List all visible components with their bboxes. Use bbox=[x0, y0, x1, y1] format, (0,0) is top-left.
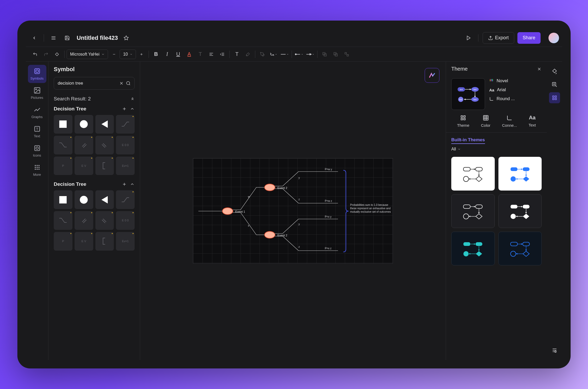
underline-button[interactable]: U bbox=[173, 49, 183, 59]
canvas-frame[interactable]: Event 1 Event 2 Event 2 w x y z y z P=w … bbox=[193, 158, 393, 264]
theme-card-3[interactable] bbox=[451, 194, 495, 228]
rail-more[interactable]: More bbox=[28, 161, 46, 179]
canvas[interactable]: Event 1 Event 2 Event 2 w x y z y z P=w … bbox=[140, 62, 446, 360]
shape-circle[interactable] bbox=[75, 190, 93, 209]
redo-button[interactable] bbox=[41, 49, 51, 59]
layer-back-button[interactable] bbox=[331, 49, 341, 59]
shape-connector-3[interactable] bbox=[75, 211, 93, 230]
line-height-button[interactable] bbox=[217, 49, 227, 59]
rail-text[interactable]: T Text bbox=[28, 123, 46, 141]
font-color-button[interactable]: A bbox=[184, 49, 194, 59]
shape-connector-4[interactable] bbox=[95, 211, 114, 230]
add-icon[interactable] bbox=[122, 106, 127, 111]
shape-bracket[interactable] bbox=[95, 157, 114, 175]
svg-marker-116 bbox=[474, 243, 476, 245]
font-size-decrease[interactable] bbox=[109, 49, 119, 59]
collapse-all-icon[interactable] bbox=[130, 97, 135, 101]
avatar[interactable] bbox=[548, 33, 559, 43]
shape-connector-3[interactable] bbox=[75, 136, 93, 154]
theme-card-4[interactable] bbox=[498, 194, 542, 228]
add-icon[interactable] bbox=[122, 182, 127, 187]
export-button[interactable]: Export bbox=[483, 32, 514, 44]
collapse-icon[interactable] bbox=[130, 182, 135, 187]
rail-icons[interactable]: Icons bbox=[28, 142, 46, 160]
shape-bracket[interactable] bbox=[95, 232, 114, 251]
shape-label-p[interactable]: P bbox=[54, 157, 72, 175]
connector-button[interactable] bbox=[268, 49, 278, 59]
clear-icon[interactable] bbox=[119, 81, 124, 86]
theme-tab-color[interactable]: Color bbox=[481, 115, 491, 128]
rail-graphs[interactable]: Graphs bbox=[28, 103, 46, 121]
shape-connector-1[interactable] bbox=[116, 115, 135, 134]
theme-font-row[interactable]: Aa Arial bbox=[489, 87, 515, 93]
font-family-select[interactable]: Microsoft YaHei bbox=[67, 50, 108, 59]
menu-button[interactable] bbox=[48, 33, 59, 43]
theme-connector-row[interactable]: Round ... bbox=[489, 96, 515, 101]
node-event2b[interactable] bbox=[264, 231, 275, 239]
theme-card-6[interactable] bbox=[498, 232, 542, 265]
align-button[interactable] bbox=[206, 49, 216, 59]
shape-circle[interactable] bbox=[75, 115, 93, 134]
node-event2a[interactable] bbox=[264, 184, 275, 191]
svg-marker-19 bbox=[310, 53, 312, 55]
label-z2: z bbox=[298, 245, 300, 248]
line-style-button[interactable] bbox=[280, 49, 290, 59]
shape-label-1[interactable]: E 0 0 bbox=[116, 211, 135, 230]
undo-button[interactable] bbox=[30, 49, 40, 59]
rail-pictures[interactable]: Pictures bbox=[28, 84, 46, 102]
arrow-end-button[interactable] bbox=[305, 49, 315, 59]
bold-button[interactable]: B bbox=[151, 49, 161, 59]
group-button[interactable] bbox=[342, 49, 352, 59]
pen-button[interactable] bbox=[257, 49, 267, 59]
share-button[interactable]: Share bbox=[517, 32, 541, 44]
right-rail-insert[interactable] bbox=[549, 79, 560, 90]
right-rail-theme[interactable] bbox=[549, 92, 560, 103]
format-painter-button[interactable] bbox=[52, 49, 62, 59]
italic-button[interactable]: I bbox=[162, 49, 172, 59]
symbol-search-input[interactable] bbox=[58, 81, 117, 86]
layer-front-button[interactable] bbox=[320, 49, 330, 59]
theme-filter-all[interactable]: All bbox=[446, 144, 547, 155]
theme-tab-text[interactable]: Aa Text bbox=[528, 115, 536, 128]
shape-connector-2[interactable] bbox=[54, 211, 72, 230]
text-tool[interactable]: T bbox=[232, 49, 242, 59]
rail-symbols[interactable]: Symbols bbox=[28, 65, 46, 83]
shape-connector-1[interactable] bbox=[116, 190, 135, 209]
shape-label-ev[interactable]: E V bbox=[75, 157, 93, 175]
search-icon[interactable] bbox=[126, 81, 131, 86]
shape-connector-4[interactable] bbox=[95, 136, 114, 154]
shape-label-1[interactable]: E 0 0 bbox=[116, 136, 135, 154]
collapse-icon[interactable] bbox=[130, 106, 135, 111]
theme-card-5[interactable] bbox=[451, 232, 495, 265]
save-icon[interactable] bbox=[62, 33, 72, 43]
shape-square[interactable] bbox=[54, 115, 72, 134]
shape-square[interactable] bbox=[54, 190, 72, 209]
ai-assistant-button[interactable] bbox=[425, 68, 439, 83]
theme-tab-theme[interactable]: Theme bbox=[457, 115, 469, 128]
theme-card-2[interactable] bbox=[498, 157, 542, 191]
right-rail-settings[interactable] bbox=[549, 345, 560, 356]
shape-label-ev[interactable]: E V bbox=[75, 232, 93, 251]
star-button[interactable] bbox=[121, 33, 131, 43]
close-icon[interactable] bbox=[537, 67, 542, 71]
theme-tab-connector[interactable]: Conne... bbox=[502, 115, 517, 128]
strike-button[interactable]: T bbox=[195, 49, 205, 59]
node-event1[interactable] bbox=[222, 207, 233, 215]
symbol-search[interactable] bbox=[54, 77, 135, 90]
document-title[interactable]: Untitled file423 bbox=[77, 35, 118, 41]
shape-label-ev2[interactable]: Ev=1 bbox=[116, 157, 135, 175]
theme-name-row[interactable]: Novel bbox=[489, 78, 515, 84]
theme-card-1[interactable] bbox=[451, 157, 495, 191]
right-rail-fill[interactable] bbox=[549, 66, 560, 77]
shape-connector-2[interactable] bbox=[54, 136, 72, 154]
shape-triangle[interactable] bbox=[95, 115, 114, 134]
play-button[interactable] bbox=[463, 33, 474, 43]
shape-label-ev2[interactable]: Ev=1 bbox=[116, 232, 135, 251]
font-size-input[interactable]: 10 bbox=[120, 50, 136, 59]
back-button[interactable] bbox=[29, 33, 40, 43]
shape-label-p[interactable]: P bbox=[54, 232, 72, 251]
shape-triangle[interactable] bbox=[95, 190, 114, 209]
font-size-increase[interactable] bbox=[136, 49, 146, 59]
arrow-start-button[interactable] bbox=[294, 49, 304, 59]
highlight-button[interactable] bbox=[243, 49, 253, 59]
